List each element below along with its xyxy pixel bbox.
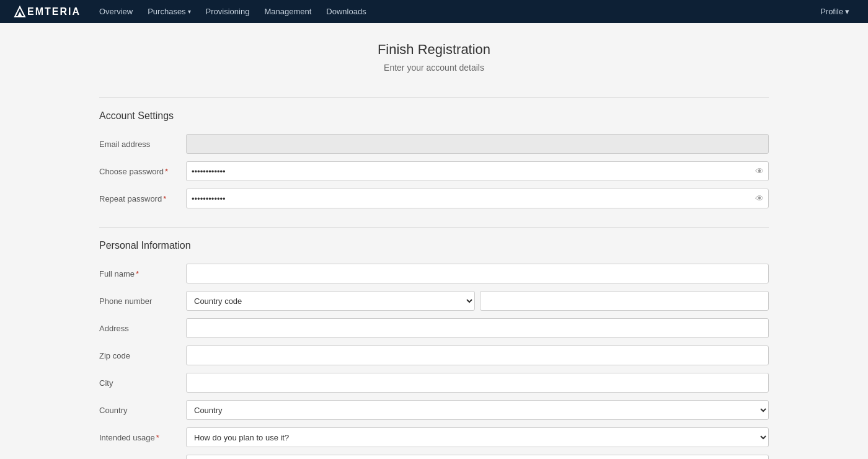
- repeat-password-required: *: [163, 194, 166, 203]
- nav-provisioning[interactable]: Provisioning: [200, 3, 256, 20]
- profile-dropdown-arrow: ▾: [845, 7, 849, 16]
- email-row: Email address: [99, 134, 769, 154]
- brand-logo[interactable]: EMTERIA: [12, 4, 81, 19]
- section-divider-1: [99, 227, 769, 228]
- address-row: Address: [99, 318, 769, 338]
- company-input[interactable]: [186, 455, 769, 459]
- nav-menu: Overview Purchases ▾ Provisioning Manage…: [93, 3, 814, 20]
- account-settings-section: Account Settings Email address Choose pa…: [99, 110, 769, 208]
- country-label: Country: [99, 406, 186, 415]
- repeat-password-row: Repeat password* 👁: [99, 189, 769, 208]
- fullname-input[interactable]: [186, 264, 769, 283]
- personal-info-title: Personal Information: [99, 240, 769, 251]
- repeat-password-label: Repeat password*: [99, 194, 186, 203]
- address-label: Address: [99, 324, 186, 333]
- navbar: EMTERIA Overview Purchases ▾ Provisionin…: [0, 0, 868, 23]
- fullname-required: *: [136, 269, 139, 279]
- personal-info-section: Personal Information Full name* Phone nu…: [99, 240, 769, 459]
- page-subtitle: Enter your account details: [99, 63, 769, 73]
- nav-overview[interactable]: Overview: [93, 3, 139, 20]
- fullname-row: Full name*: [99, 264, 769, 283]
- intended-usage-label: Intended usage*: [99, 433, 186, 442]
- repeat-password-wrapper: 👁: [186, 189, 769, 208]
- page-header: Finish Registration Enter your account d…: [99, 42, 769, 73]
- city-row: City: [99, 373, 769, 393]
- email-label: Email address: [99, 140, 186, 149]
- zipcode-input[interactable]: [186, 345, 769, 365]
- password-label: Choose password*: [99, 167, 186, 176]
- intended-usage-select[interactable]: How do you plan to use it? Personal Comm…: [186, 427, 769, 447]
- repeat-password-eye-icon[interactable]: 👁: [755, 194, 764, 203]
- zipcode-row: Zip code: [99, 345, 769, 365]
- address-input[interactable]: [186, 318, 769, 338]
- city-input[interactable]: [186, 373, 769, 393]
- navbar-right: Profile ▾: [814, 3, 856, 20]
- password-wrapper: 👁: [186, 161, 769, 181]
- nav-management[interactable]: Management: [258, 3, 317, 20]
- password-input[interactable]: [186, 161, 769, 181]
- password-eye-icon[interactable]: 👁: [755, 166, 764, 176]
- company-row: Company: [99, 455, 769, 459]
- phone-row: Phone number Country code: [99, 291, 769, 311]
- page-title: Finish Registration: [99, 42, 769, 58]
- brand-name: EMTERIA: [27, 6, 81, 17]
- country-select[interactable]: Country Germany United States United Kin…: [186, 400, 769, 420]
- profile-button[interactable]: Profile ▾: [814, 3, 856, 20]
- svg-marker-1: [17, 12, 22, 17]
- account-settings-title: Account Settings: [99, 110, 769, 122]
- password-required: *: [165, 167, 168, 176]
- phone-country-select[interactable]: Country code: [186, 291, 475, 311]
- header-divider: [99, 97, 769, 98]
- repeat-password-input[interactable]: [186, 189, 769, 208]
- fullname-label: Full name*: [99, 269, 186, 279]
- email-input[interactable]: [186, 134, 769, 154]
- zipcode-label: Zip code: [99, 351, 186, 360]
- nav-downloads[interactable]: Downloads: [320, 3, 372, 20]
- phone-number-input[interactable]: [480, 291, 769, 311]
- phone-inputs: Country code: [186, 291, 769, 311]
- password-row: Choose password* 👁: [99, 161, 769, 181]
- nav-purchases[interactable]: Purchases ▾: [141, 3, 197, 20]
- intended-usage-required: *: [156, 433, 159, 442]
- intended-usage-row: Intended usage* How do you plan to use i…: [99, 427, 769, 447]
- country-row: Country Country Germany United States Un…: [99, 400, 769, 420]
- purchases-dropdown-arrow: ▾: [188, 8, 191, 15]
- phone-label: Phone number: [99, 296, 186, 306]
- city-label: City: [99, 378, 186, 388]
